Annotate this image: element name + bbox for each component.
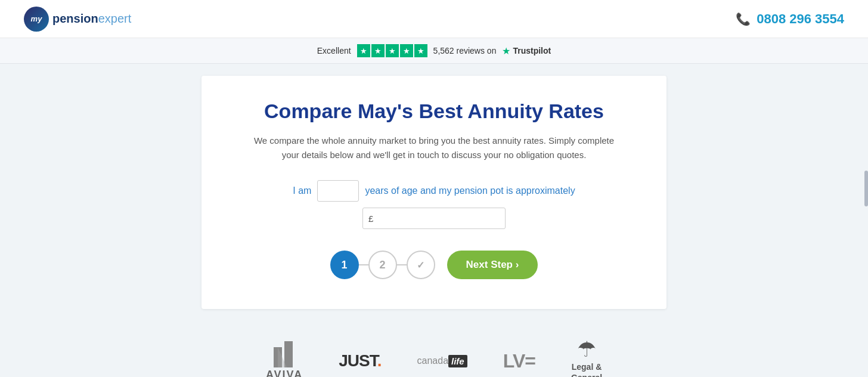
age-input[interactable] — [317, 180, 359, 202]
logo[interactable]: my pension expert — [24, 7, 131, 32]
pound-prefix: £ — [368, 214, 373, 224]
partners-section: AVIVA JUST. canada life LV= ☂ Legal & Ge… — [0, 321, 868, 377]
logo-circle: my — [24, 7, 49, 32]
pension-input[interactable] — [362, 208, 506, 229]
phone-number: 0808 296 3554 — [757, 11, 844, 27]
trustpilot-brand: Trustpilot — [513, 46, 551, 55]
canada-life-box: life — [448, 355, 467, 367]
logo-expert: expert — [98, 12, 132, 26]
card-title: Compare May's Best Annuity Rates — [237, 100, 631, 123]
star-4: ★ — [400, 44, 413, 57]
step-3-circle[interactable]: ✓ — [407, 251, 435, 279]
main-card: Compare May's Best Annuity Rates We comp… — [202, 76, 666, 309]
lv-text: LV= — [503, 350, 535, 372]
scrollbar[interactable] — [864, 171, 868, 206]
site-header: my pension expert 📞 0808 296 3554 — [0, 0, 868, 38]
star-1: ★ — [357, 44, 370, 57]
umbrella-icon: ☂ — [577, 339, 596, 360]
card-subtitle: We compare the whole annuity market to b… — [237, 134, 631, 162]
step-row: 1 2 ✓ Next Step › — [237, 251, 631, 279]
canada-text: canada — [417, 356, 449, 366]
trustpilot-reviews: 5,562 reviews on — [433, 46, 497, 55]
aviva-text: AVIVA — [266, 369, 303, 377]
age-prefix-label: I am — [293, 186, 311, 196]
trustpilot-star-icon: ★ — [502, 45, 510, 57]
star-3: ★ — [386, 44, 399, 57]
star-5: ★ — [414, 44, 427, 57]
aviva-icon — [274, 341, 295, 367]
aviva-logo: AVIVA — [266, 341, 303, 377]
main-content: Compare May's Best Annuity Rates We comp… — [0, 64, 868, 321]
just-logo: JUST. — [339, 351, 381, 370]
trustpilot-stars: ★ ★ ★ ★ ★ — [357, 44, 427, 57]
canada-life-logo: canada life — [417, 355, 467, 367]
input-row: I am years of age and my pension pot is … — [237, 180, 631, 229]
star-2: ★ — [371, 44, 385, 57]
phone-icon: 📞 — [736, 12, 751, 26]
trustpilot-logo: ★ Trustpilot — [502, 45, 551, 57]
trustpilot-bar: Excellent ★ ★ ★ ★ ★ 5,562 reviews on ★ T… — [0, 38, 868, 64]
logo-text: pension expert — [52, 12, 131, 26]
just-dot: . — [377, 351, 382, 370]
aviva-svg-icon — [274, 341, 295, 367]
lv-logo: LV= — [503, 350, 535, 372]
just-text: JUST. — [339, 351, 381, 370]
legal-general-logo: ☂ Legal & General — [571, 339, 602, 377]
step-2-circle[interactable]: 2 — [368, 251, 397, 279]
trustpilot-label: Excellent — [317, 46, 351, 55]
next-step-button[interactable]: Next Step › — [447, 251, 538, 279]
logo-pension: pension — [52, 12, 98, 26]
pension-input-wrapper: £ — [362, 208, 506, 229]
lg-text: Legal & General — [571, 361, 602, 377]
phone-section[interactable]: 📞 0808 296 3554 — [736, 11, 844, 27]
age-suffix-label: years of age and my pension pot is appro… — [365, 186, 575, 196]
step-1-circle[interactable]: 1 — [330, 251, 359, 279]
svg-rect-1 — [284, 341, 293, 367]
